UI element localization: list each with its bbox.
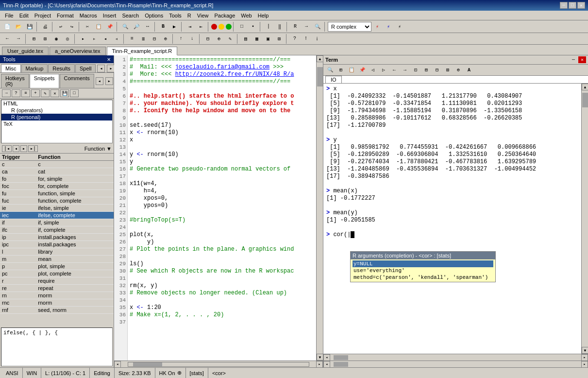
- arr-prev[interactable]: ◂: [13, 145, 19, 152]
- code-hscrollbar[interactable]: ◂ ▸: [114, 361, 323, 367]
- tb-box1[interactable]: □: [236, 21, 247, 32]
- tb-redo[interactable]: ↪: [67, 21, 77, 32]
- trigger-row[interactable]: ipinstall.packages: [0, 234, 114, 241]
- autocomplete-popup[interactable]: R arguments (completion) - <cor> : [stat…: [350, 251, 496, 282]
- tb-zoom[interactable]: 🔍: [312, 21, 323, 32]
- menu-help[interactable]: Help: [255, 12, 272, 19]
- tb2-btn25[interactable]: !: [301, 34, 311, 44]
- hscroll-track[interactable]: [128, 362, 309, 367]
- trigger-row[interactable]: cc: [0, 161, 114, 168]
- trigger-row[interactable]: ipcinstall.packages: [0, 241, 114, 248]
- restore-button[interactable]: □: [569, 2, 576, 9]
- ac-item[interactable]: method=c('pearson', 'kendall', 'spearman…: [353, 274, 493, 281]
- term-tb-cfg1[interactable]: ◁: [368, 66, 378, 74]
- snip-add[interactable]: +: [31, 89, 40, 97]
- trigger-row[interactable]: pplot, simple: [0, 263, 114, 270]
- tb2-btn24[interactable]: ?: [289, 34, 300, 44]
- code-scroll-area[interactable]: 1234567891011121314151617181920212223242…: [114, 55, 323, 361]
- subtab-next[interactable]: ▸: [105, 77, 113, 85]
- tools-close-button[interactable]: ✕: [107, 57, 111, 62]
- code-content[interactable]: #=======================================…: [128, 55, 316, 361]
- term-hscroll-right[interactable]: ▸: [581, 354, 588, 361]
- term-tb-zoom[interactable]: ⊞: [336, 66, 346, 74]
- tb2-btn23[interactable]: ⊠: [274, 34, 285, 44]
- trigger-row[interactable]: pcplot, complete: [0, 270, 114, 277]
- trigger-row[interactable]: rnrnorm: [0, 292, 114, 299]
- term-vscroll-thumb[interactable]: [582, 93, 588, 107]
- snippets-tree[interactable]: HTML R (operators) R (personal) TeX: [1, 100, 113, 143]
- term-close[interactable]: ✕: [578, 56, 586, 63]
- tb-cut[interactable]: ✂: [82, 21, 93, 32]
- term-hscroll-left[interactable]: ◂: [323, 354, 330, 361]
- tools-tab-results[interactable]: Results: [48, 64, 75, 72]
- term-tb-search[interactable]: 🔍: [325, 66, 335, 74]
- code-vscrollbar[interactable]: ▲ ▼: [316, 55, 323, 361]
- subtab-prev[interactable]: ◂: [96, 77, 103, 85]
- trigger-row[interactable]: fofor, simple: [0, 175, 114, 183]
- snip-save[interactable]: 💾: [60, 89, 69, 97]
- tools-subtab-hotkeys[interactable]: Hotkeys (R): [1, 74, 29, 88]
- trigger-row[interactable]: mmean: [0, 256, 114, 263]
- ac-item[interactable]: y=NULL: [353, 260, 493, 267]
- snip-list[interactable]: ≡: [21, 89, 30, 97]
- tb2-btn7[interactable]: ▸: [78, 34, 88, 44]
- term-tb-paste[interactable]: 📌: [357, 66, 367, 74]
- tb2-btn2[interactable]: →: [13, 34, 24, 44]
- trigger-row[interactable]: cacat: [0, 168, 114, 175]
- menu-web[interactable]: Web: [238, 12, 254, 19]
- trigger-row[interactable]: focfor, complete: [0, 183, 114, 190]
- menu-file[interactable]: File: [2, 12, 17, 19]
- tb2-btn19[interactable]: ✎: [225, 34, 235, 44]
- tb2-btn8[interactable]: ▹: [89, 34, 100, 44]
- term-tb-cfg5[interactable]: ⊟: [432, 66, 442, 74]
- tools-tab-spell[interactable]: Spell: [75, 64, 96, 72]
- term-vscrollbar[interactable]: ▲ ▼: [581, 84, 588, 354]
- tree-item-r-operators[interactable]: R (operators): [1, 107, 112, 114]
- tree-item-tex[interactable]: TeX: [1, 120, 112, 127]
- window-controls[interactable]: ─ □ ✕: [560, 2, 585, 9]
- snip-delete[interactable]: ✕: [50, 89, 59, 97]
- tb2-btn1[interactable]: ←: [2, 34, 13, 44]
- trigger-row[interactable]: ifif, simple: [0, 219, 114, 226]
- arr-first[interactable]: |◂: [2, 145, 12, 152]
- menu-r[interactable]: R: [185, 12, 194, 19]
- trigger-nav-arrows[interactable]: |◂ ◂ ▸ ▸|: [2, 145, 38, 152]
- tb2-btn6[interactable]: ◎: [62, 34, 73, 44]
- trigger-row[interactable]: fufunction, simple: [0, 190, 114, 197]
- menu-options[interactable]: Options: [142, 12, 166, 19]
- tb-format1[interactable]: ▶: [169, 21, 180, 32]
- term-header-controls[interactable]: ─ ✕: [570, 56, 586, 63]
- term-hscroll-right-2[interactable]: ▸: [581, 361, 588, 368]
- tools-subtab-comments[interactable]: Comments: [60, 74, 94, 88]
- term-tb-cfg2[interactable]: ▷: [379, 66, 388, 74]
- tb2-btn11[interactable]: ≡: [127, 34, 137, 44]
- trigger-row[interactable]: ieifelse, simple: [0, 205, 114, 212]
- tb-replace[interactable]: ↔: [142, 21, 153, 32]
- tools-tab-markup[interactable]: Markup: [21, 64, 48, 72]
- tb-pp[interactable]: ‖: [274, 21, 285, 32]
- tb-run2[interactable]: ⚡: [383, 21, 394, 32]
- minimize-button[interactable]: ─: [560, 2, 568, 9]
- menu-search[interactable]: Search: [119, 12, 142, 19]
- tb-indent[interactable]: ⇥: [185, 21, 195, 32]
- tb-pipe[interactable]: |: [263, 21, 274, 32]
- tb2-btn10[interactable]: ◃: [111, 34, 122, 44]
- tb2-btn20[interactable]: ▤: [240, 34, 251, 44]
- tb-open[interactable]: 📂: [13, 21, 24, 32]
- menu-package[interactable]: Package: [211, 12, 238, 19]
- tb-save[interactable]: 💾: [24, 21, 35, 32]
- tb2-btn12[interactable]: ≣: [138, 34, 149, 44]
- tb-undo[interactable]: ↩: [55, 21, 66, 32]
- vscroll-down[interactable]: ▼: [317, 354, 323, 361]
- tab-overview[interactable]: a_oneOverview.tex: [50, 47, 106, 55]
- vscroll-track[interactable]: [317, 62, 323, 354]
- term-hscroll-left-2[interactable]: ◂: [323, 361, 330, 368]
- tb-box2[interactable]: ▪: [248, 21, 258, 32]
- term-tb-arr-left[interactable]: ←: [389, 66, 399, 74]
- trigger-row[interactable]: fucfunction, complete: [0, 197, 114, 205]
- tb-new[interactable]: 📄: [2, 21, 13, 32]
- arr-next[interactable]: ▸: [20, 145, 27, 152]
- trigger-row[interactable]: rerepeat: [0, 285, 114, 292]
- term-minimize[interactable]: ─: [570, 56, 577, 63]
- hscroll-right[interactable]: ▸: [316, 361, 323, 368]
